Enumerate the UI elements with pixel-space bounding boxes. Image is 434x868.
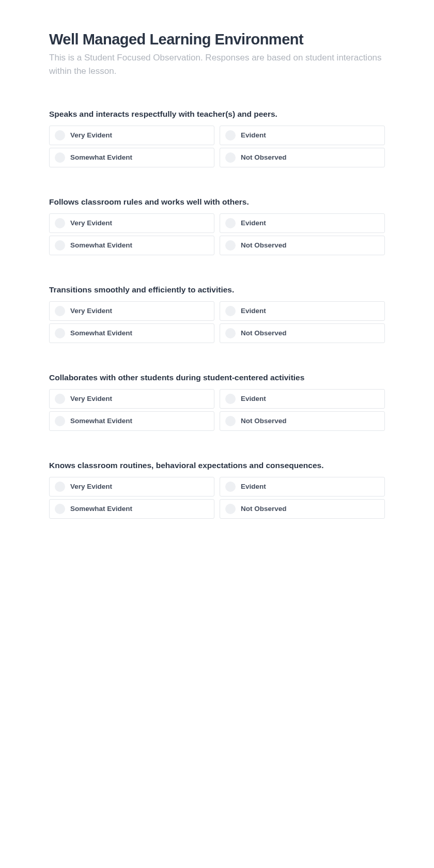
option-not-observed[interactable]: Not Observed bbox=[220, 323, 385, 343]
radio-icon bbox=[225, 328, 236, 338]
option-label: Not Observed bbox=[241, 241, 287, 249]
option-evident[interactable]: Evident bbox=[220, 389, 385, 409]
option-evident[interactable]: Evident bbox=[220, 477, 385, 497]
radio-icon bbox=[55, 152, 65, 163]
option-grid: Very Evident Evident Somewhat Evident No… bbox=[49, 389, 385, 431]
option-label: Somewhat Evident bbox=[70, 241, 132, 249]
option-grid: Very Evident Evident Somewhat Evident No… bbox=[49, 126, 385, 167]
option-not-observed[interactable]: Not Observed bbox=[220, 236, 385, 255]
question-block: Collaborates with other students during … bbox=[49, 373, 385, 431]
question-block: Transitions smoothly and efficiently to … bbox=[49, 285, 385, 343]
radio-icon bbox=[225, 504, 236, 514]
option-label: Very Evident bbox=[70, 307, 112, 315]
question-text: Collaborates with other students during … bbox=[49, 373, 385, 382]
option-very-evident[interactable]: Very Evident bbox=[49, 301, 214, 321]
question-text: Knows classroom routines, behavioral exp… bbox=[49, 461, 385, 470]
radio-icon bbox=[55, 328, 65, 338]
option-label: Very Evident bbox=[70, 219, 112, 227]
option-grid: Very Evident Evident Somewhat Evident No… bbox=[49, 477, 385, 519]
option-very-evident[interactable]: Very Evident bbox=[49, 213, 214, 233]
option-not-observed[interactable]: Not Observed bbox=[220, 148, 385, 167]
option-label: Evident bbox=[241, 483, 266, 490]
radio-icon bbox=[225, 482, 236, 492]
option-label: Somewhat Evident bbox=[70, 505, 132, 513]
option-somewhat-evident[interactable]: Somewhat Evident bbox=[49, 148, 214, 167]
option-label: Somewhat Evident bbox=[70, 329, 132, 337]
option-label: Somewhat Evident bbox=[70, 417, 132, 425]
radio-icon bbox=[225, 416, 236, 426]
radio-icon bbox=[55, 416, 65, 426]
radio-icon bbox=[225, 306, 236, 316]
question-block: Knows classroom routines, behavioral exp… bbox=[49, 461, 385, 519]
radio-icon bbox=[55, 504, 65, 514]
option-label: Not Observed bbox=[241, 153, 287, 161]
option-somewhat-evident[interactable]: Somewhat Evident bbox=[49, 499, 214, 519]
option-label: Very Evident bbox=[70, 395, 112, 402]
option-label: Not Observed bbox=[241, 505, 287, 513]
radio-icon bbox=[55, 130, 65, 141]
option-label: Very Evident bbox=[70, 483, 112, 490]
option-label: Evident bbox=[241, 395, 266, 402]
page-title: Well Managed Learning Environment bbox=[49, 31, 385, 48]
option-grid: Very Evident Evident Somewhat Evident No… bbox=[49, 213, 385, 255]
option-label: Evident bbox=[241, 131, 266, 139]
option-label: Not Observed bbox=[241, 329, 287, 337]
option-label: Somewhat Evident bbox=[70, 153, 132, 161]
option-evident[interactable]: Evident bbox=[220, 126, 385, 145]
option-label: Evident bbox=[241, 219, 266, 227]
radio-icon bbox=[55, 306, 65, 316]
radio-icon bbox=[55, 394, 65, 404]
question-block: Speaks and interacts respectfully with t… bbox=[49, 110, 385, 167]
option-very-evident[interactable]: Very Evident bbox=[49, 477, 214, 497]
radio-icon bbox=[55, 240, 65, 251]
radio-icon bbox=[225, 218, 236, 228]
option-somewhat-evident[interactable]: Somewhat Evident bbox=[49, 323, 214, 343]
option-somewhat-evident[interactable]: Somewhat Evident bbox=[49, 411, 214, 431]
option-evident[interactable]: Evident bbox=[220, 213, 385, 233]
option-not-observed[interactable]: Not Observed bbox=[220, 499, 385, 519]
option-very-evident[interactable]: Very Evident bbox=[49, 126, 214, 145]
radio-icon bbox=[225, 130, 236, 141]
option-label: Not Observed bbox=[241, 417, 287, 425]
radio-icon bbox=[225, 152, 236, 163]
option-very-evident[interactable]: Very Evident bbox=[49, 389, 214, 409]
option-somewhat-evident[interactable]: Somewhat Evident bbox=[49, 236, 214, 255]
option-not-observed[interactable]: Not Observed bbox=[220, 411, 385, 431]
option-evident[interactable]: Evident bbox=[220, 301, 385, 321]
question-text: Speaks and interacts respectfully with t… bbox=[49, 110, 385, 119]
radio-icon bbox=[225, 240, 236, 251]
question-text: Follows classroom rules and works well w… bbox=[49, 197, 385, 207]
option-label: Evident bbox=[241, 307, 266, 315]
radio-icon bbox=[55, 482, 65, 492]
option-label: Very Evident bbox=[70, 131, 112, 139]
radio-icon bbox=[55, 218, 65, 228]
radio-icon bbox=[225, 394, 236, 404]
question-block: Follows classroom rules and works well w… bbox=[49, 197, 385, 255]
option-grid: Very Evident Evident Somewhat Evident No… bbox=[49, 301, 385, 343]
page-subtitle: This is a Student Focused Observation. R… bbox=[49, 51, 385, 79]
question-text: Transitions smoothly and efficiently to … bbox=[49, 285, 385, 295]
